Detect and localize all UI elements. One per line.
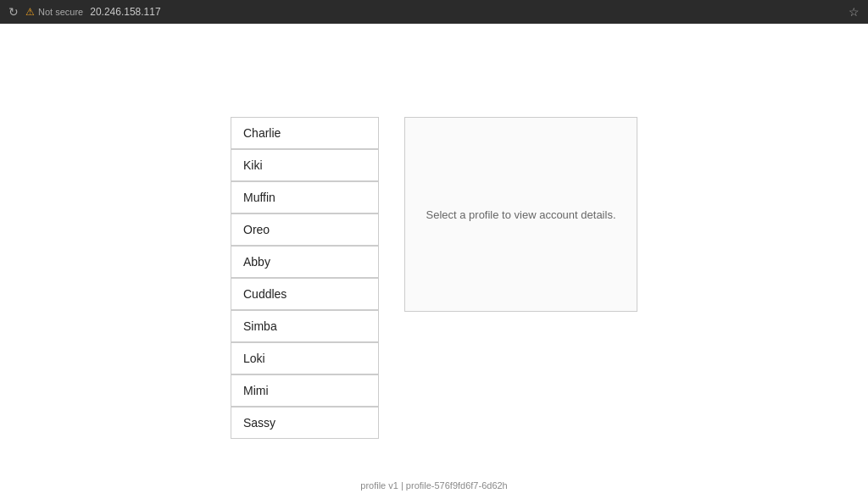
profile-list: CharlieKikiMuffinOreoAbbyCuddlesSimbaLok… [231, 117, 379, 439]
profile-list-item[interactable]: Cuddles [231, 278, 379, 310]
profile-list-item[interactable]: Abby [231, 246, 379, 278]
details-placeholder-text: Select a profile to view account details… [426, 208, 615, 221]
warning-icon: ⚠ [25, 6, 35, 18]
profile-list-item[interactable]: Loki [231, 342, 379, 374]
profile-list-item[interactable]: Sassy [231, 407, 379, 439]
profile-list-item[interactable]: Kiki [231, 149, 379, 181]
security-label: Not secure [38, 7, 83, 17]
profile-list-item[interactable]: Oreo [231, 213, 379, 246]
profile-list-item[interactable]: Simba [231, 310, 379, 342]
details-panel: Select a profile to view account details… [404, 117, 637, 312]
page-content: CharlieKikiMuffinOreoAbbyCuddlesSimbaLok… [0, 24, 868, 499]
main-layout: CharlieKikiMuffinOreoAbbyCuddlesSimbaLok… [231, 117, 637, 439]
profile-list-item[interactable]: Charlie [231, 117, 379, 149]
security-indicator: ⚠ Not secure [25, 6, 83, 18]
profile-list-item[interactable]: Mimi [231, 374, 379, 407]
url-bar[interactable]: 20.246.158.117 [90, 6, 160, 18]
bookmark-icon[interactable]: ☆ [849, 5, 860, 19]
page-footer: profile v1 | profile-576f9fd6f7-6d62h [360, 480, 507, 491]
profile-list-item[interactable]: Muffin [231, 181, 379, 213]
browser-toolbar: ↻ ⚠ Not secure 20.246.158.117 ☆ [0, 0, 868, 24]
reload-button[interactable]: ↻ [8, 5, 19, 19]
footer-text: profile v1 | profile-576f9fd6f7-6d62h [360, 480, 507, 491]
